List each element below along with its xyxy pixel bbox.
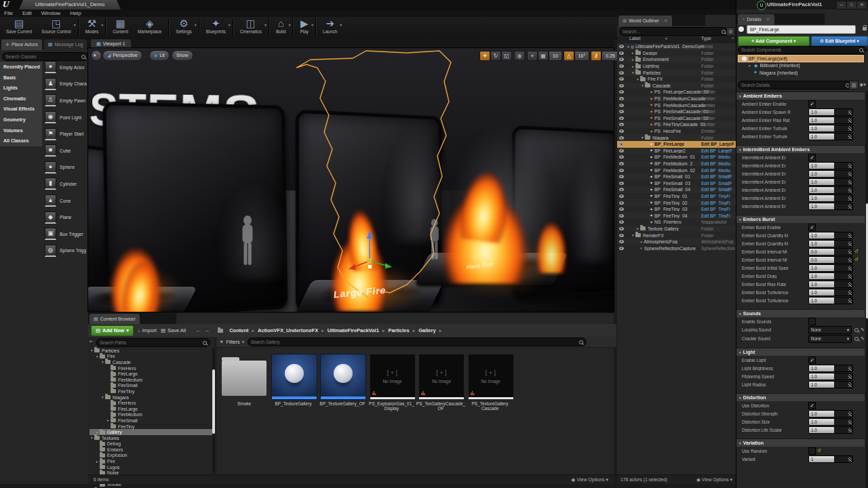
- outliner-row-type[interactable]: Edit BP_SmallF: [701, 174, 735, 179]
- edit-pencil-icon[interactable]: ✎: [861, 336, 865, 342]
- visibility-eye-icon[interactable]: [619, 84, 624, 87]
- number-field[interactable]: 1.0: [808, 272, 853, 280]
- number-field[interactable]: 1.0: [808, 195, 853, 202]
- visibility-eye-icon[interactable]: [619, 240, 624, 243]
- tab-message-log[interactable]: ▤Message Log: [44, 39, 87, 50]
- visibility-eye-icon[interactable]: [619, 162, 624, 165]
- outliner-row[interactable]: ✦BP_FireTiny_04Edit BP_TinyFi: [617, 212, 736, 219]
- outliner-row[interactable]: ✦PS_FireMediumCascade_Emitter: [617, 102, 736, 108]
- nav-forward-button[interactable]: →: [205, 327, 210, 333]
- revert-icon[interactable]: ↺: [854, 249, 859, 254]
- play-button[interactable]: ▶Play▾: [295, 17, 313, 34]
- number-field[interactable]: 0.0: [808, 256, 853, 264]
- visibility-eye-icon[interactable]: [619, 247, 624, 250]
- details-titlebar[interactable]: U UltimateFirePackVol1 ─ □ ✕: [736, 0, 868, 9]
- section-header[interactable]: ▾Light: [736, 348, 865, 356]
- search-details-input[interactable]: Search Details: [738, 81, 853, 89]
- tab-content-browser[interactable]: ▤Content Browser: [90, 314, 140, 325]
- edit-blueprint-button[interactable]: ⚙ Edit Blueprint ▾: [811, 36, 868, 46]
- save-button[interactable]: ▤Save Current: [1, 17, 37, 34]
- visibility-eye-icon[interactable]: [619, 214, 624, 218]
- outliner-row[interactable]: ✦BP_FireTiny_01Edit BP_TinyFi: [617, 193, 736, 200]
- visibility-eye-icon[interactable]: [619, 52, 624, 55]
- content-tree-row[interactable]: FireMedium: [90, 377, 213, 383]
- content-tree-row[interactable]: ▾Cascade: [90, 359, 213, 365]
- search-paths-input[interactable]: Search Paths: [96, 338, 210, 347]
- place-actor-item[interactable]: ●Sphere: [42, 159, 88, 176]
- outliner-row[interactable]: ✦BP_FireSmall_01Edit BP_SmallF: [617, 174, 736, 180]
- outliner-row-type[interactable]: Edit BP_Mediu: [701, 155, 735, 159]
- menu-edit[interactable]: Edit: [22, 9, 32, 17]
- breadcrumb-item[interactable]: ActionVFX_UndertoneFX: [258, 327, 318, 333]
- checkbox[interactable]: [808, 447, 816, 455]
- visibility-eye-icon[interactable]: [619, 123, 624, 126]
- content-tree-row[interactable]: ▸Gallery: [90, 429, 213, 435]
- save-all-button[interactable]: ▤Save All: [161, 327, 186, 333]
- outliner-row[interactable]: ✦PS_HeroFireEmitter: [617, 128, 736, 135]
- outliner-row[interactable]: ▾RenderFXFolder: [617, 232, 736, 239]
- place-actor-item[interactable]: ♟Empty Chara: [42, 76, 88, 93]
- visibility-eye-icon[interactable]: [619, 71, 624, 75]
- outliner-view-options-button[interactable]: ◉ View Options ▾: [696, 477, 732, 483]
- outliner-row-type[interactable]: Edit BP_SmallF: [701, 187, 735, 192]
- visibility-eye-icon[interactable]: [619, 104, 624, 107]
- component-row[interactable]: BP_FireLarge(self): [738, 55, 864, 62]
- category-cinematic[interactable]: Cinematic: [0, 94, 42, 104]
- number-field[interactable]: 1.0: [808, 186, 853, 194]
- outliner-row[interactable]: ✦BP_FireSmall_03Edit BP_SmallF: [617, 180, 736, 186]
- filters-button[interactable]: ▼Filters▾: [219, 339, 245, 345]
- content-tree-row[interactable]: FireHero: [90, 365, 213, 371]
- source-control-button[interactable]: ◳Source Control▾: [37, 17, 75, 34]
- number-field[interactable]: 1.0: [808, 170, 853, 178]
- column-type[interactable]: Type: [701, 36, 711, 41]
- import-button[interactable]: ↓Import: [138, 327, 157, 333]
- revert-icon[interactable]: ↺: [817, 448, 821, 453]
- lock-icon[interactable]: [863, 27, 867, 30]
- visibility-eye-icon[interactable]: [619, 155, 624, 159]
- number-field[interactable]: 1.0: [808, 108, 853, 116]
- minimize-button[interactable]: ─: [836, 1, 847, 9]
- outliner-row-type[interactable]: Edit BP_LargeF: [701, 142, 735, 146]
- outliner-row[interactable]: ✦BP_FireMedium_2Edit BP_Mediu: [617, 161, 736, 167]
- number-field[interactable]: 1.0: [808, 289, 853, 296]
- tab-world-outliner[interactable]: ☰World Outliner✕: [618, 16, 672, 26]
- asset-tile[interactable]: [ + ]No Image: [468, 354, 514, 400]
- outliner-row[interactable]: ✦BP_FireTiny_03Edit BP_TinyFi: [617, 206, 736, 213]
- category-recently-placed[interactable]: Recently Placed: [0, 62, 42, 73]
- rotation-snap-value[interactable]: 10°: [574, 51, 589, 61]
- visibility-eye-icon[interactable]: [619, 58, 624, 61]
- grid-snap-value[interactable]: 10: [549, 51, 562, 61]
- edit-pencil-icon[interactable]: ✎: [861, 327, 865, 333]
- outliner-row[interactable]: ✦BP_FireLarge2Edit BP_LargeF: [617, 148, 736, 155]
- asset-tile[interactable]: [ + ]No Image: [418, 354, 465, 400]
- number-field[interactable]: 1.0: [808, 418, 853, 426]
- outliner-row-type[interactable]: Edit BP_TinyFi: [701, 207, 735, 211]
- place-actor-item[interactable]: ⚑Player Start: [42, 125, 88, 142]
- visibility-eye-icon[interactable]: [619, 77, 624, 81]
- add-component-button[interactable]: + Add Component ▾: [738, 36, 810, 46]
- visibility-eye-icon[interactable]: [619, 90, 624, 94]
- breadcrumb-item[interactable]: UltimateFirePackVol1: [328, 327, 379, 333]
- translate-tool-button[interactable]: ✛: [479, 51, 490, 61]
- add-new-button[interactable]: ▤Add New▾: [91, 325, 134, 336]
- checkbox[interactable]: [808, 318, 816, 325]
- outliner-row[interactable]: ✦PS_FireSmallCascade_02Emitter: [617, 115, 736, 122]
- content-tree-row[interactable]: ▸FireSmall: [90, 418, 213, 424]
- revert-icon[interactable]: ↺: [854, 257, 859, 262]
- number-field[interactable]: 1.0: [808, 125, 853, 132]
- sources-toggle-icon[interactable]: ⇤: [90, 339, 94, 344]
- scale-tool-button[interactable]: ◱: [501, 51, 512, 61]
- outliner-row[interactable]: ▸LightingFolder: [617, 63, 736, 70]
- number-field[interactable]: 1.0: [808, 117, 853, 124]
- dropdown-select[interactable]: None▾: [808, 335, 852, 343]
- number-field[interactable]: 1.0: [808, 240, 853, 247]
- menu-file[interactable]: File: [4, 9, 13, 17]
- number-field[interactable]: 1.0: [808, 162, 853, 169]
- number-field[interactable]: 1.0: [808, 178, 853, 186]
- number-field[interactable]: 1.0: [808, 410, 853, 418]
- content-tree-row[interactable]: ▾Particles: [90, 348, 213, 354]
- outliner-row[interactable]: ▾◍UltimateFirePackVol1_DemoGymWorld: [617, 43, 736, 50]
- viewport-3d-scene[interactable]: STEMS: [88, 48, 614, 312]
- place-actor-item[interactable]: ▮Cylinder: [42, 176, 88, 192]
- category-basic[interactable]: Basic: [0, 73, 42, 83]
